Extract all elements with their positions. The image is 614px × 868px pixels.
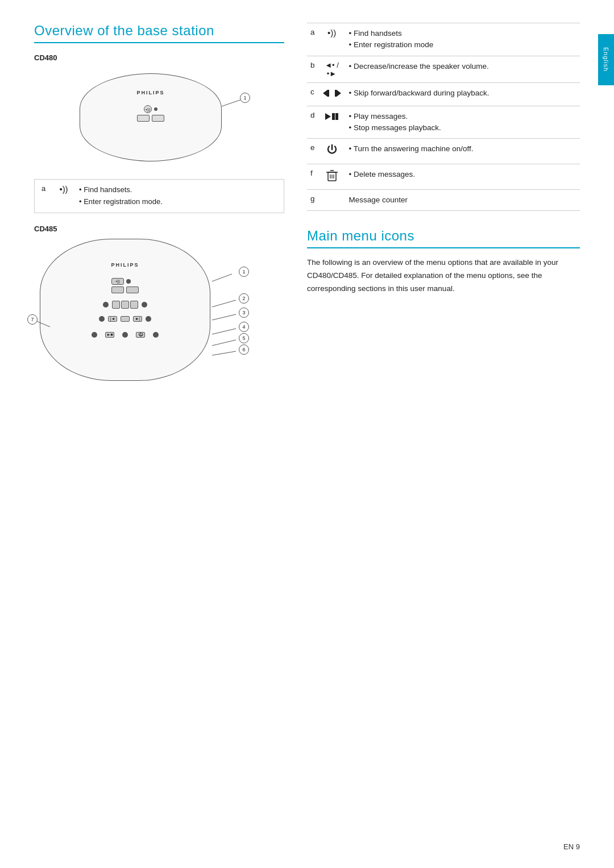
row-icon-e [318,139,346,164]
cd485-callout-1: 1 [239,267,249,277]
row-desc-a: Find handsets Enter registration mode [346,23,580,56]
side-tab: English [598,34,614,85]
table-row: c Skip forward/backward during p [307,82,580,106]
row-icon-f [318,164,346,190]
message-counter-text: Message counter [349,196,408,204]
row-desc-b: Decrease/increase the speaker volume. [346,56,580,82]
table-row: f [307,164,580,190]
row-icon-d [318,106,346,139]
main-menu-desc: The following is an overview of the menu… [307,256,580,296]
table-row: a •)) Find handsets Enter registration m… [307,23,580,56]
note-icon-a: •)) [55,184,72,194]
power-icon [325,143,339,157]
row-desc-g: Message counter [346,190,580,211]
row-desc-d: Play messages. Stop messages playback. [346,106,580,139]
svg-rect-13 [332,113,335,120]
svg-marker-11 [337,90,341,97]
skip-icon [322,88,342,99]
table-row: b ◄• / •► Decrease/increase the speaker … [307,56,580,82]
cd485-illustration: PHILIPS •)) [34,239,250,387]
row-desc-c: Skip forward/backward during playback. [346,82,580,106]
cd480-note-box: a •)) • Find handsets. • Enter registrat… [34,179,284,213]
note-line-1: • Find handsets. [79,184,163,196]
desc-item: Delete messages. [349,169,576,180]
main-menu-title: Main menu icons [307,228,580,248]
row-letter-g: g [307,190,318,211]
svg-line-4 [212,329,236,334]
desc-item: Enter registration mode [349,39,576,51]
row-icon-g [318,190,346,211]
note-text-a: • Find handsets. • Enter registration mo… [79,184,163,208]
svg-line-3 [212,314,236,320]
svg-line-1 [212,274,232,281]
row-letter-e: e [307,139,318,164]
features-table: a •)) Find handsets Enter registration m… [307,23,580,211]
cd485-callout-3: 3 [239,308,249,318]
main-menu-section: Main menu icons The following is an over… [307,228,580,296]
delete-icon [326,169,338,182]
desc-item: Skip forward/backward during playback. [349,88,576,99]
play-stop-icon [324,111,340,122]
row-letter-c: c [307,82,318,106]
cd485-callout-svg [34,239,250,387]
svg-line-7 [36,321,50,327]
desc-item: Play messages. [349,111,576,122]
cd480-label: CD480 [34,53,284,62]
table-row: e Turn the answering machine on/off. [307,139,580,164]
svg-line-6 [212,351,236,355]
cd480-callout-1: 1 [240,93,250,103]
footer: EN 9 [563,842,580,851]
row-letter-d: d [307,106,318,139]
svg-rect-9 [327,90,329,97]
desc-item: Find handsets [349,28,576,39]
left-section-title: Overview of the base station [34,23,284,43]
cd480-callout-svg [68,68,250,170]
svg-rect-14 [335,113,338,120]
cd485-callout-6: 6 [239,344,249,355]
right-column: a •)) Find handsets Enter registration m… [307,23,580,845]
left-column: Overview of the base station CD480 PHILI… [34,23,284,845]
row-icon-a: •)) [318,23,346,56]
cd485-callout-7: 7 [27,314,38,325]
cd485-callout-4: 4 [239,322,249,332]
row-letter-a: a [307,23,318,56]
table-row: d Play messages. Stop messages pl [307,106,580,139]
cd485-callout-2: 2 [239,293,249,304]
row-icon-b: ◄• / •► [318,56,346,82]
desc-item: Decrease/increase the speaker volume. [349,61,576,72]
svg-marker-12 [325,113,331,120]
row-letter-f: f [307,164,318,190]
svg-line-5 [212,340,236,346]
row-desc-f: Delete messages. [346,164,580,190]
cd485-label: CD485 [34,225,284,233]
svg-marker-8 [323,90,327,97]
svg-line-2 [212,300,236,307]
row-icon-c [318,82,346,106]
table-row: g Message counter [307,190,580,211]
main-content: Overview of the base station CD480 PHILI… [0,0,614,868]
page-container: English Overview of the base station CD4… [0,0,614,868]
desc-item: Stop messages playback. [349,122,576,134]
cd485-callout-5: 5 [239,333,249,343]
note-line-2: • Enter registration mode. [79,196,163,208]
note-letter-a: a [42,184,48,193]
svg-rect-10 [335,90,337,97]
row-desc-e: Turn the answering machine on/off. [346,139,580,164]
row-letter-b: b [307,56,318,82]
desc-item: Turn the answering machine on/off. [349,143,576,155]
cd480-illustration: PHILIPS •)) [68,68,250,170]
